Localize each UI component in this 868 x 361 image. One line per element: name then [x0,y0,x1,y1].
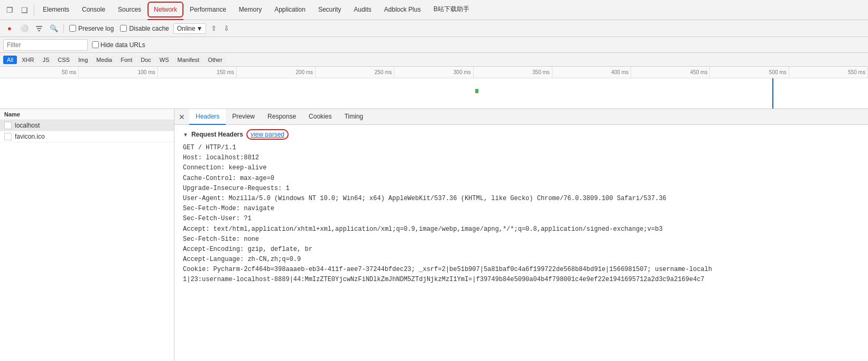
header-line-12: Cookie: Pycharm-2cf464b=398aaaeb-eb34-41… [183,265,860,275]
tick-400: 400 ms [552,67,631,78]
filter-css[interactable]: CSS [54,56,73,64]
tab-audits[interactable]: Audits [347,0,377,20]
header-line-10: Accept-Encoding: gzip, deflate, br [183,245,860,255]
header-line-9: Sec-Fetch-Site: none [183,234,860,245]
clear-button[interactable]: ⚪ [18,22,31,35]
search-icon[interactable]: 🔍 [48,22,60,35]
tick-350: 350 ms [474,67,552,78]
throttle-select[interactable]: Online ▼ [173,23,207,34]
tab-headers[interactable]: Headers [189,109,226,125]
filter-input[interactable] [3,39,88,51]
filter-xhr[interactable]: XHR [18,56,38,64]
left-panel: Name localhost favicon.ico [0,109,174,361]
header-line-11: Accept-Language: zh-CN,zh;q=0.9 [183,255,860,265]
tab-performance[interactable]: Performance [183,0,233,20]
tick-500: 500 ms [710,67,789,78]
tab-preview[interactable]: Preview [226,109,261,125]
chevron-down-icon: ▼ [196,25,202,32]
type-filter-row: All XHR JS CSS Img Media Font Doc WS Man… [0,53,868,67]
view-parsed-link[interactable]: view parsed [246,129,289,140]
filter-manifest[interactable]: Manifest [174,56,204,64]
header-line-4: Upgrade-Insecure-Requests: 1 [183,184,860,194]
dock-icon[interactable]: ❐ [2,3,17,17]
filter-other[interactable]: Other [204,56,226,64]
tab-elements[interactable]: Elements [36,0,76,20]
filter-js[interactable]: JS [39,56,53,64]
main-content: Name localhost favicon.ico ✕ Headers Pre… [0,109,868,361]
file-icon [4,133,12,140]
tab-bilibili[interactable]: B站下载助手 [427,0,476,20]
tick-300: 300 ms [394,67,473,78]
filter-img[interactable]: Img [75,56,91,64]
name-column-header: Name [0,109,174,120]
file-icon [4,122,12,129]
tick-150: 150 ms [158,67,237,78]
tab-sources[interactable]: Sources [112,0,147,20]
tick-550: 550 ms [789,67,868,78]
tab-network[interactable]: Network [147,0,183,20]
filter-doc[interactable]: Doc [137,56,155,64]
header-line-2: Connection: keep-alive [183,163,860,173]
tab-memory[interactable]: Memory [233,0,268,20]
filter-icon[interactable] [33,22,45,35]
undock-icon[interactable]: ❑ [17,3,32,17]
hide-data-urls-checkbox[interactable]: Hide data URLs [90,41,147,49]
preserve-log-checkbox[interactable]: Preserve log [67,25,116,32]
header-line-6: Sec-Fetch-Mode: navigate [183,204,860,214]
tick-50: 50 ms [0,67,79,78]
upload-har-button[interactable]: ⇧ [208,23,219,34]
network-toolbar: ● ⚪ 🔍 Preserve log Disable cache Online … [0,20,868,37]
header-line-8: Accept: text/html,application/xhtml+xml,… [183,224,860,234]
tab-cookies[interactable]: Cookies [302,109,338,125]
right-panel: ✕ Headers Preview Response Cookies Timin… [174,109,868,361]
filter-font[interactable]: Font [117,56,136,64]
network-item-localhost[interactable]: localhost [0,120,174,131]
timeline-ruler: 50 ms 100 ms 150 ms 200 ms 250 ms 300 ms… [0,67,868,78]
detail-tabs: ✕ Headers Preview Response Cookies Timin… [174,109,868,125]
tab-security[interactable]: Security [312,0,347,20]
filter-media[interactable]: Media [93,56,116,64]
header-line-5: User-Agent: Mozilla/5.0 (Windows NT 10.0… [183,194,860,204]
timeline-area: 50 ms 100 ms 150 ms 200 ms 250 ms 300 ms… [0,67,868,109]
filter-ws[interactable]: WS [156,56,173,64]
tab-application[interactable]: Application [268,0,312,20]
tick-200: 200 ms [237,67,316,78]
header-line-3: Cache-Control: max-age=0 [183,174,860,184]
tab-timing[interactable]: Timing [338,109,370,125]
header-lines: GET / HTTP/1.1 Host: localhost:8812 Conn… [183,143,860,285]
tab-adblock[interactable]: Adblock Plus [378,0,427,20]
header-line-7: Sec-Fetch-User: ?1 [183,214,860,224]
disable-cache-checkbox[interactable]: Disable cache [118,25,171,32]
timeline-marker-blue [772,78,773,109]
download-har-button[interactable]: ⇩ [221,23,232,34]
section-title: ▼ Request Headers view parsed [183,129,860,140]
tick-450: 450 ms [631,67,710,78]
top-tab-bar: ❐ ❑ Elements Console Sources Network Per… [0,0,868,20]
collapse-arrow[interactable]: ▼ [183,132,188,138]
header-line-13: 1|23:username-localhost-8889|44:MmIzZTE0… [183,275,860,285]
request-headers-section: ▼ Request Headers view parsed GET / HTTP… [174,125,868,290]
tick-250: 250 ms [316,67,394,78]
header-line-1: Host: localhost:8812 [183,153,860,163]
filter-bar: Hide data URLs [0,37,868,53]
filter-all[interactable]: All [3,56,17,64]
tick-100: 100 ms [79,67,158,78]
header-line-0: GET / HTTP/1.1 [183,143,860,153]
tab-console[interactable]: Console [76,0,112,20]
timeline-marker-green [475,89,478,93]
timeline-content [0,78,868,109]
tab-response[interactable]: Response [261,109,302,125]
record-button[interactable]: ● [3,22,16,35]
network-item-favicon[interactable]: favicon.ico [0,131,174,142]
close-tab-button[interactable]: ✕ [174,109,189,125]
